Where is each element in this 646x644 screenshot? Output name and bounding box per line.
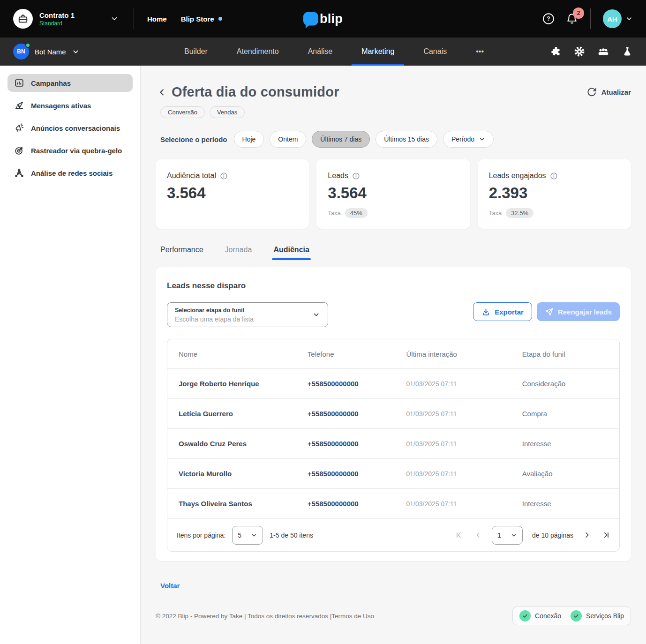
export-button[interactable]: Exportar [473, 302, 532, 321]
blip-logo-text: blip [320, 12, 343, 26]
bot-avatar: BN [13, 44, 29, 60]
lead-last-interaction: 01/03/2025 07:11 [406, 440, 522, 448]
sidebar-item-label: Campanhas [31, 79, 71, 87]
rate-label: Taxa [328, 210, 340, 217]
tab-audiencia[interactable]: Audiência [273, 246, 309, 260]
user-avatar: AH [603, 9, 622, 28]
sidebar-item-anuncios-conversacionais[interactable]: Anúncios conversacionais [8, 119, 133, 137]
bot-switcher[interactable]: BN Bot Name [13, 44, 139, 60]
tag-vendas: Vendas [210, 106, 245, 118]
user-menu[interactable]: AH [603, 9, 633, 28]
next-page-button[interactable] [583, 531, 592, 539]
table-row[interactable]: Letícia Guerrero +558500000000 01/03/202… [167, 398, 619, 428]
sidebar-item-analise-redes-sociais[interactable]: Análise de redes sociais [8, 164, 133, 182]
campaign-tags: Conversão Vendas [160, 106, 631, 118]
lead-last-interaction: 01/03/2025 07:11 [406, 500, 522, 508]
leads-controls: Selecionar etapa do funil Escolha uma et… [167, 302, 620, 327]
funnel-select-placeholder: Escolha uma etapa da lista [175, 315, 254, 323]
info-icon[interactable] [220, 172, 228, 180]
metric-label: Leads [328, 172, 348, 180]
blip-store-link[interactable]: Blip Store [181, 15, 222, 23]
top-bar-actions: ? 2 AH [542, 8, 633, 29]
first-page-button[interactable] [455, 531, 464, 539]
tab-more[interactable]: ••• [461, 37, 498, 66]
table-row[interactable]: Victoria Murollo +558500000000 01/03/202… [167, 458, 619, 488]
info-icon[interactable] [550, 172, 558, 180]
integrations-button[interactable] [550, 46, 562, 57]
top-bar: Contrato 1 Standard Home Blip Store blip… [0, 0, 646, 37]
table-row[interactable]: Oswaldo Cruz Peres +558500000000 01/03/2… [167, 428, 619, 458]
period-option-ontem[interactable]: Ontem [270, 131, 306, 148]
blip-logo-bubble-icon [303, 12, 318, 26]
lead-phone: +558500000000 [308, 380, 406, 388]
tab-atendimento[interactable]: Atendimento [222, 37, 293, 66]
send-icon [545, 307, 554, 316]
tab-performance[interactable]: Performance [160, 246, 203, 260]
status-bar: Conexão Serviços Blip [512, 607, 631, 625]
lab-button[interactable] [622, 46, 633, 57]
leads-panel: Leads nesse disparo Selecionar etapa do … [156, 267, 631, 561]
previous-page-button[interactable] [473, 531, 482, 539]
items-per-page-select[interactable]: 5 [232, 526, 263, 545]
reengage-leads-button[interactable]: Reengajar leads [537, 302, 620, 321]
period-option-ultimos-15-dias[interactable]: Últimos 15 dias [376, 131, 437, 148]
lead-funnel-stage: Interesse [522, 500, 608, 508]
sidebar-item-rastreador-quebra-gelo[interactable]: Rastreador via quebra-gelo [8, 142, 133, 159]
period-option-ultimos-7-dias[interactable]: Últimos 7 dias [312, 131, 370, 148]
period-custom-dropdown[interactable]: Período [443, 131, 494, 148]
status-conexao: Conexão [519, 610, 561, 622]
metric-value: 3.564 [328, 184, 458, 202]
rate-badge: 45% [345, 208, 368, 218]
tab-jornada[interactable]: Jornada [225, 246, 252, 260]
period-option-hoje[interactable]: Hoje [234, 131, 264, 148]
page-body: Campanhas Mensagens ativas Anúncios conv… [0, 66, 646, 644]
chevron-left-icon [473, 531, 482, 539]
tab-builder[interactable]: Builder [170, 37, 222, 66]
lead-last-interaction: 01/03/2025 07:11 [406, 380, 522, 388]
team-button[interactable] [597, 45, 609, 58]
home-link[interactable]: Home [147, 15, 167, 23]
lead-funnel-stage: Consideração [522, 380, 608, 388]
table-row[interactable]: Thays Oliveira Santos +558500000000 01/0… [167, 488, 619, 518]
refresh-icon [587, 87, 597, 97]
leads-table: Nome Telefone Última interação Etapa do … [167, 339, 620, 552]
blip-logo: blip [303, 12, 343, 26]
funnel-stage-select[interactable]: Selecionar etapa do funil Escolha uma et… [167, 302, 328, 327]
settings-button[interactable] [574, 46, 585, 57]
refresh-button[interactable]: Atualizar [587, 87, 631, 97]
tab-analise[interactable]: Análise [293, 37, 347, 66]
metric-card-leads-engajados: Leads engajados 2.393 Taxa 32.5% [478, 159, 631, 229]
chevron-right-icon [583, 531, 592, 539]
briefcase-icon [18, 14, 28, 24]
main-content: Oferta dia do consumidor Atualizar Conve… [141, 66, 646, 644]
tab-canais[interactable]: Canais [409, 37, 461, 66]
chevron-left-icon [157, 87, 167, 97]
chevron-down-icon [251, 532, 257, 539]
table-header-row: Nome Telefone Última interação Etapa do … [167, 339, 619, 368]
tab-marketing[interactable]: Marketing [347, 37, 409, 66]
contract-name: Contrato 1 [39, 11, 75, 19]
metric-label: Leads engajados [489, 172, 546, 180]
voltar-link[interactable]: Voltar [160, 582, 180, 590]
page-number-select[interactable]: 1 [492, 526, 523, 545]
chevron-down-icon [110, 15, 119, 23]
back-button[interactable] [156, 86, 169, 99]
column-header-etapa-do-funil: Etapa do funil [522, 350, 608, 358]
lead-last-interaction: 01/03/2025 07:11 [406, 470, 522, 478]
table-row[interactable]: Jorge Roberto Henrique +558500000000 01/… [167, 368, 619, 398]
sidebar-item-label: Mensagens ativas [31, 102, 91, 110]
chevron-down-icon [72, 48, 80, 56]
lead-name: Jorge Roberto Henrique [179, 380, 308, 388]
period-label: Selecione o período [160, 135, 227, 143]
sidebar-item-mensagens-ativas[interactable]: Mensagens ativas [8, 97, 133, 114]
chevron-down-icon [479, 136, 485, 142]
contract-switcher[interactable]: Contrato 1 Standard [13, 9, 119, 29]
marketing-sidebar: Campanhas Mensagens ativas Anúncios conv… [0, 66, 141, 644]
info-icon[interactable] [352, 172, 360, 180]
last-page-button[interactable] [601, 531, 610, 539]
sidebar-item-campanhas[interactable]: Campanhas [8, 74, 133, 92]
notifications-button[interactable]: 2 [566, 13, 578, 25]
flask-icon [622, 46, 633, 57]
lead-funnel-stage: Interesse [522, 440, 608, 448]
help-button[interactable]: ? [542, 13, 555, 25]
